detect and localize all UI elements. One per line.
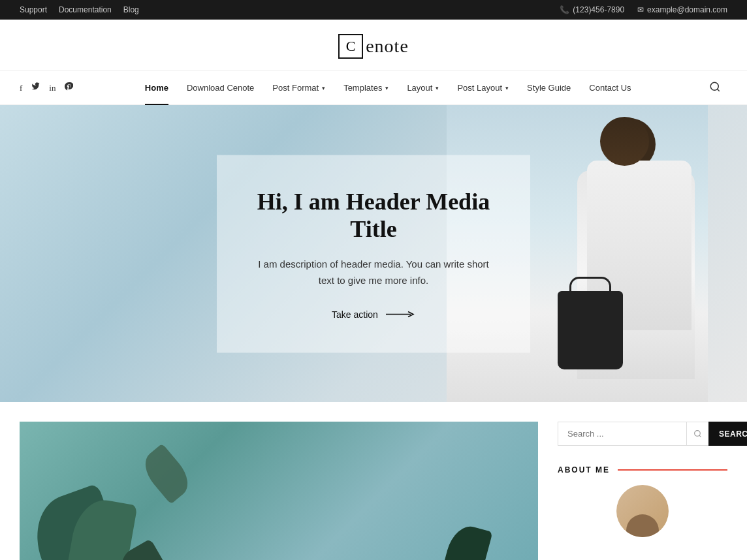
sidebar: SEARCH ABOUT ME [558, 422, 727, 560]
leaf-decoration-4 [439, 522, 492, 560]
search-button[interactable]: SEARCH [708, 422, 747, 446]
blog-link[interactable]: Blog [123, 5, 139, 14]
person-head [600, 117, 649, 166]
email-icon: ✉ [637, 5, 644, 14]
about-me-header: ABOUT ME [558, 465, 727, 474]
logo[interactable]: C enote [338, 34, 409, 59]
search-input[interactable] [558, 422, 686, 446]
svg-point-0 [710, 82, 718, 90]
svg-line-1 [717, 89, 719, 91]
main-content: SEARCH ABOUT ME [0, 402, 747, 560]
svg-point-3 [695, 431, 701, 437]
support-link[interactable]: Support [20, 5, 47, 14]
nav-item-post-layout[interactable]: Post Layout ▾ [448, 71, 518, 104]
documentation-link[interactable]: Documentation [59, 5, 112, 14]
phone-number: 📞 (123)456-7890 [560, 5, 624, 14]
article-featured-image [20, 422, 538, 560]
hero-description: I am description of header media. You ca… [256, 255, 491, 288]
twitter-icon[interactable] [31, 82, 40, 93]
chevron-down-icon: ▾ [436, 85, 439, 91]
nav-wrapper: f in Home Download Cenote Post Format ▾ … [0, 70, 747, 105]
chevron-down-icon: ▾ [505, 85, 509, 91]
nav-item-download[interactable]: Download Cenote [178, 71, 263, 104]
social-icons: f in [20, 82, 73, 93]
logo-name: enote [366, 36, 409, 57]
about-me-title: ABOUT ME [558, 465, 610, 474]
handbag-handle [569, 277, 611, 294]
nav-item-home[interactable]: Home [136, 71, 178, 104]
hero-overlay: Hi, I am Header Media Title I am descrip… [217, 155, 530, 352]
linkedin-icon[interactable]: in [49, 83, 56, 93]
arrow-icon [386, 311, 415, 317]
content-left [20, 422, 538, 560]
search-box: SEARCH [558, 422, 727, 446]
nav-search-icon[interactable] [703, 74, 727, 102]
nav-item-layout[interactable]: Layout ▾ [398, 71, 448, 104]
search-icon [686, 422, 708, 446]
facebook-icon[interactable]: f [20, 83, 22, 93]
nav-item-contact[interactable]: Contact Us [580, 71, 640, 104]
svg-line-4 [699, 435, 701, 437]
about-me-section: ABOUT ME [558, 465, 727, 537]
nav-item-post-format[interactable]: Post Format ▾ [263, 71, 334, 104]
avatar-body [626, 514, 659, 537]
nav-item-style-guide[interactable]: Style Guide [518, 71, 580, 104]
chevron-down-icon: ▾ [385, 85, 389, 91]
top-bar: Support Documentation Blog 📞 (123)456-78… [0, 0, 747, 20]
avatar [616, 485, 669, 537]
main-nav: Home Download Cenote Post Format ▾ Templ… [136, 71, 641, 104]
logo-area: C enote [0, 20, 747, 70]
hero-section: Hi, I am Header Media Title I am descrip… [0, 105, 747, 402]
about-me-divider [618, 469, 727, 471]
nav-item-templates[interactable]: Templates ▾ [334, 71, 398, 104]
logo-letter: C [338, 34, 363, 59]
handbag [558, 291, 623, 369]
email-address: ✉ example@domain.com [637, 5, 727, 14]
hero-title: Hi, I am Header Media Title [256, 187, 491, 242]
pinterest-icon[interactable] [65, 82, 73, 93]
leaf-decoration-5 [137, 443, 196, 504]
top-bar-contact: 📞 (123)456-7890 ✉ example@domain.com [560, 5, 727, 14]
phone-icon: 📞 [560, 5, 569, 14]
chevron-down-icon: ▾ [322, 85, 325, 91]
hero-cta-label: Take action [332, 309, 378, 319]
hero-cta-button[interactable]: Take action [332, 309, 415, 319]
top-bar-nav: Support Documentation Blog [20, 5, 139, 14]
